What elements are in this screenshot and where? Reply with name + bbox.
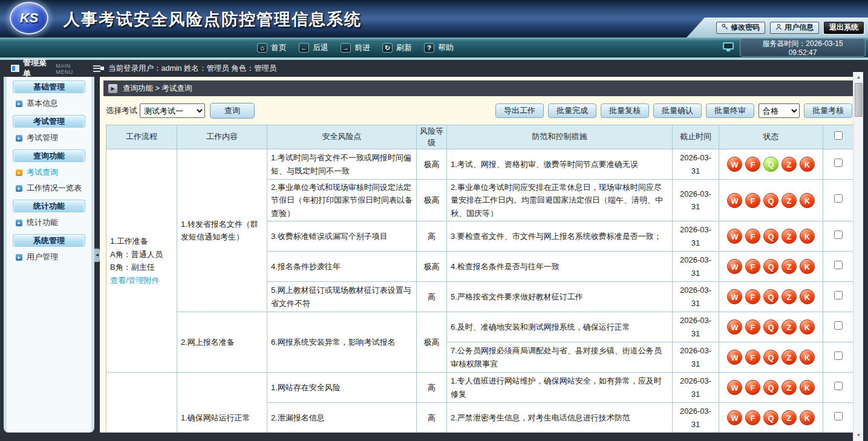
status-badge-K[interactable]: K	[800, 289, 815, 304]
status-badge-W[interactable]: W	[727, 193, 742, 208]
status-badge-F[interactable]: F	[745, 410, 760, 425]
status-badge-F[interactable]: F	[745, 193, 760, 208]
menu-group-base-mgmt[interactable]: 基础管理	[13, 80, 85, 93]
status-badge-K[interactable]: K	[800, 259, 815, 274]
scroll-up-icon[interactable]: ▲	[853, 73, 864, 82]
batch-confirm-button[interactable]: 批量确认	[653, 103, 702, 118]
status-badge-W[interactable]: W	[727, 259, 742, 274]
nav-item-home[interactable]: ⌂首页	[257, 42, 287, 53]
batch-actions: 导出工作批量完成批量复核批量确认批量终审合格批量考核	[495, 103, 853, 118]
server-time-date: 服务器时间：2026-03-15	[740, 39, 865, 48]
status-badge-K[interactable]: K	[800, 410, 815, 425]
status-badge-W[interactable]: W	[727, 380, 742, 395]
change-password-button[interactable]: 修改密码	[716, 22, 765, 34]
row-select-cell	[823, 282, 853, 312]
scrollbar-thumb[interactable]	[855, 83, 863, 117]
export-work-button[interactable]: 导出工作	[495, 103, 544, 118]
batch-review-button[interactable]: 批量复核	[601, 103, 649, 118]
logout-button[interactable]: 退出系统	[824, 22, 864, 34]
batch-complete-button[interactable]: 批量完成	[548, 103, 596, 118]
sidebar-item-stat-func-item[interactable]: ▸统计功能	[7, 215, 91, 230]
nav-item-back[interactable]: ←后退	[299, 42, 328, 53]
menu-bullet-icon: ▸	[16, 254, 22, 261]
status-badge-Q[interactable]: Q	[763, 319, 778, 335]
status-badge-F[interactable]: F	[745, 380, 760, 395]
grade-select[interactable]: 合格	[759, 103, 800, 118]
status-badge-Z[interactable]: Z	[782, 350, 797, 365]
menu-bullet-icon: ▸	[16, 100, 22, 107]
row-checkbox[interactable]	[834, 412, 843, 420]
status-badge-W[interactable]: W	[727, 319, 742, 335]
status-badge-W[interactable]: W	[727, 229, 742, 244]
status-badge-Z[interactable]: Z	[782, 319, 797, 335]
row-checkbox[interactable]	[834, 291, 843, 299]
status-badge-Z[interactable]: Z	[782, 259, 797, 274]
status-badge-Q[interactable]: Q	[763, 410, 778, 425]
status-badge-W[interactable]: W	[727, 157, 742, 172]
status-badge-Z[interactable]: Z	[782, 157, 797, 172]
status-badge-F[interactable]: F	[745, 289, 760, 304]
status-badge-Q[interactable]: Q	[763, 259, 778, 274]
deadline-cell: 2026-03-31	[673, 149, 719, 180]
status-badge-F[interactable]: F	[745, 229, 760, 244]
row-checkbox[interactable]	[834, 158, 843, 167]
row-checkbox[interactable]	[834, 351, 843, 360]
status-badge-Z[interactable]: Z	[782, 380, 797, 395]
status-badge-Z[interactable]: Z	[782, 229, 797, 244]
nav-item-help[interactable]: ?帮助	[424, 42, 454, 53]
sidebar-item-basic-info[interactable]: ▸基本信息	[7, 96, 91, 111]
sidebar-item-exam-mgmt-item[interactable]: ▸考试管理	[7, 130, 91, 146]
manage-attachments-link[interactable]: 查看/管理附件	[110, 276, 160, 285]
status-badge-W[interactable]: W	[727, 350, 742, 365]
nav-item-refresh[interactable]: ↻刷新	[382, 42, 412, 53]
menu-group-query-func[interactable]: 查询功能	[13, 149, 85, 162]
row-checkbox[interactable]	[834, 261, 843, 269]
status-badge-K[interactable]: K	[800, 157, 815, 172]
status-badge-F[interactable]: F	[745, 350, 760, 365]
status-badge-K[interactable]: K	[800, 319, 815, 335]
status-badge-Q[interactable]: Q	[763, 157, 778, 172]
batch-assess-button[interactable]: 批量考核	[804, 103, 852, 118]
sidebar-item-exam-query[interactable]: ▸考试查询	[7, 165, 91, 180]
monitor-icon	[723, 42, 734, 50]
status-badge-Q[interactable]: Q	[763, 193, 778, 208]
status-badge-Q[interactable]: Q	[763, 229, 778, 244]
status-badge-K[interactable]: K	[800, 229, 815, 244]
query-button[interactable]: 查询	[210, 103, 255, 119]
status-badge-F[interactable]: F	[745, 259, 760, 274]
menu-group-sys-mgmt[interactable]: 系统管理	[13, 234, 85, 247]
row-checkbox[interactable]	[834, 230, 843, 239]
sidebar-item-user-mgmt[interactable]: ▸用户管理	[7, 249, 91, 265]
nav-item-forward[interactable]: →前进	[341, 42, 370, 53]
vertical-scrollbar[interactable]: ▲ ▼	[853, 72, 863, 441]
status-badge-F[interactable]: F	[745, 157, 760, 172]
scroll-down-icon[interactable]: ▼	[853, 431, 864, 440]
hamburger-icon[interactable]	[93, 65, 100, 72]
status-badge-Z[interactable]: Z	[782, 410, 797, 425]
sidebar-collapse-arrow-icon[interactable]: ◄	[94, 249, 100, 262]
status-badge-W[interactable]: W	[727, 410, 742, 425]
sidebar-item-work-overview[interactable]: ▸工作情况一览表	[7, 180, 91, 196]
status-badge-K[interactable]: K	[800, 350, 815, 365]
status-badge-W[interactable]: W	[727, 289, 742, 304]
row-checkbox[interactable]	[834, 321, 843, 330]
menu-group-stat-func[interactable]: 统计功能	[13, 200, 85, 212]
risk-level-cell: 极高	[417, 312, 447, 373]
exam-select[interactable]: 测试考试一	[140, 103, 205, 118]
user-info-button[interactable]: 用户信息	[770, 22, 819, 34]
status-badge-K[interactable]: K	[800, 380, 815, 395]
sidebar-item-label: 考试管理	[27, 132, 58, 143]
row-checkbox[interactable]	[834, 194, 843, 203]
status-badge-Z[interactable]: Z	[782, 289, 797, 304]
status-badge-K[interactable]: K	[800, 193, 815, 208]
row-checkbox[interactable]	[834, 382, 843, 390]
status-badge-Q[interactable]: Q	[763, 289, 778, 304]
status-badge-Z[interactable]: Z	[782, 193, 797, 208]
menu-group-exam-mgmt[interactable]: 考试管理	[13, 115, 85, 128]
status-badge-Q[interactable]: Q	[763, 380, 778, 395]
select-all-checkbox[interactable]	[834, 131, 843, 140]
risk-level-cell: 高	[417, 403, 447, 433]
batch-final-button[interactable]: 批量终审	[706, 103, 754, 118]
status-badge-F[interactable]: F	[745, 319, 760, 335]
status-badge-Q[interactable]: Q	[763, 350, 778, 365]
